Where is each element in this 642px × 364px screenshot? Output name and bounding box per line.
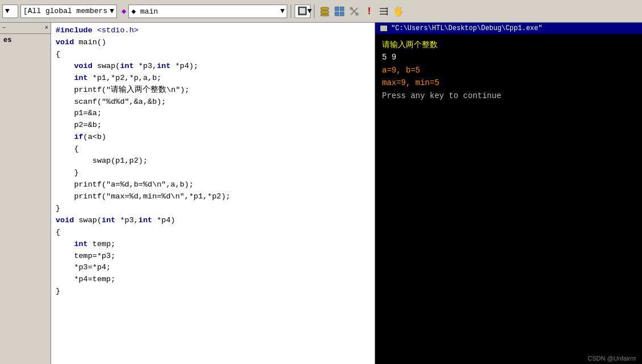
svg-rect-1 (321, 11, 329, 14)
code-line-4: void swap(int *p3,int *p4); (56, 61, 370, 73)
database-icon[interactable] (318, 5, 332, 18)
editor-area: #include <stdio.h> void main() { void sw… (51, 23, 642, 364)
code-line-2: void main() (56, 37, 370, 49)
console-titlebar: "C:\Users\HTL\Desktop\Debug\Cpp1.exe" (375, 23, 642, 34)
dropdown-arrow-icon: ▼ (5, 7, 10, 15)
dropdown-main-label: ◆ main (131, 7, 158, 16)
svg-rect-2 (321, 14, 329, 16)
code-line-3: { (56, 49, 370, 61)
left-sidebar: − × es (0, 23, 51, 364)
code-line-10: if(a<b) (56, 132, 370, 143)
code-line-17: void swap(int *p3,int *p4) (56, 215, 370, 227)
console-window-icon (380, 25, 388, 32)
toolbar-dropdown-main[interactable]: ◆ main ▼ (128, 5, 287, 18)
code-line-22: *p4=temp; (56, 274, 370, 286)
code-line-13: } (56, 167, 370, 179)
console-body: 请输入两个整数 5 9 a=9, b=5 max=9, min=5 Press … (375, 34, 642, 353)
toolbar-separator-2 (314, 5, 314, 18)
console-window: "C:\Users\HTL\Desktop\Debug\Cpp1.exe" 请输… (375, 23, 642, 364)
code-line-16: } (56, 203, 370, 215)
code-line-9: p2=&b; (56, 120, 370, 132)
code-line-15: printf("max=%d,min=%d\n",*p1,*p2); (56, 191, 370, 203)
console-line-3: a=9, b=5 (382, 64, 635, 77)
code-line-23: } (56, 286, 370, 298)
sidebar-controls: − × (0, 23, 51, 34)
svg-rect-4 (340, 7, 344, 11)
console-line-4: max=9, min=5 (382, 77, 635, 89)
code-line-6: printf("请输入两个整数\n"); (56, 84, 370, 96)
dropdown-members-label: [All global members (23, 7, 107, 15)
sidebar-content: es (0, 34, 51, 46)
code-line-12: swap(p1,p2); (56, 155, 370, 167)
code-line-7: scanf("%d%d",&a,&b); (56, 96, 370, 108)
dropdown-main-arrow: ▼ (280, 7, 285, 15)
diamond-icon: ◆ (121, 6, 126, 16)
console-line-2: 5 9 (382, 51, 635, 64)
code-line-21: *p3=*p4; (56, 262, 370, 274)
code-line-11: { (56, 143, 370, 155)
toolbar-dropdown-arrow[interactable]: ▼ (2, 5, 18, 18)
svg-rect-0 (321, 7, 329, 10)
code-line-19: int temp; (56, 239, 370, 251)
code-line-8: p1=&a; (56, 108, 370, 120)
console-title: "C:\Users\HTL\Desktop\Debug\Cpp1.exe" (391, 24, 542, 32)
exclamation-icon[interactable]: ! (362, 5, 376, 18)
code-line-18: { (56, 227, 370, 239)
sidebar-label: es (3, 36, 11, 44)
console-line-5: Press any key to continue (382, 90, 635, 102)
dropdown3-arrow: ▼ (307, 7, 312, 15)
code-line-1: #include <stdio.h> (56, 25, 370, 37)
console-watermark: CSDN @Unfairrrr (375, 353, 642, 364)
code-line-20: temp=*p3; (56, 251, 370, 263)
dropdown-members-arrow: ▼ (110, 7, 114, 15)
code-editor[interactable]: #include <stdio.h> void main() { void sw… (51, 23, 375, 364)
scissors-icon[interactable] (347, 5, 361, 18)
svg-rect-6 (340, 12, 344, 16)
code-line-5: int *p1,*p2,*p,a,b; (56, 73, 370, 84)
toolbar-separator-1 (291, 5, 291, 18)
hand-icon[interactable]: 🖐 (392, 5, 405, 18)
sidebar-minus-btn[interactable]: − (2, 25, 6, 31)
console-line-1: 请输入两个整数 (382, 39, 635, 51)
toolbar-dropdown-members[interactable]: [All global members ▼ (20, 5, 117, 18)
toolbar-icon-group: ! 🖐 (318, 5, 405, 18)
main-area: − × es #include <stdio.h> void main() { … (0, 23, 642, 364)
toolbar-dropdown-3[interactable]: 🔲 ▼ (295, 5, 310, 18)
code-line-14: printf("a=%d,b=%d\n",a,b); (56, 179, 370, 191)
grid-icon[interactable] (333, 5, 346, 18)
svg-rect-3 (335, 7, 339, 11)
dropdown3-icon: 🔲 (297, 6, 307, 16)
sidebar-close-btn[interactable]: × (45, 25, 48, 31)
toolbar: ▼ [All global members ▼ ◆ ◆ main ▼ 🔲 ▼ (0, 0, 642, 23)
lines-icon[interactable] (377, 5, 391, 18)
svg-rect-5 (335, 12, 339, 16)
